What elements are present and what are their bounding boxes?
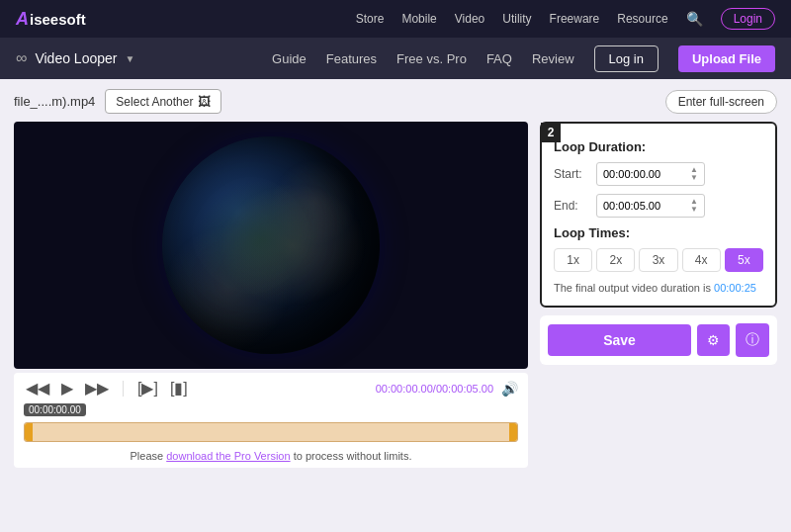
- start-field-row: Start: 00:00:00.00 ▲ ▼: [554, 162, 763, 186]
- log-in-button[interactable]: Log in: [594, 45, 659, 72]
- nav-review[interactable]: Review: [532, 51, 574, 66]
- download-text: Please download the Pro Version to proce…: [24, 450, 518, 462]
- top-nav-links: Store Mobile Video Utility Freeware Reso…: [356, 8, 775, 30]
- settings-icon-button[interactable]: ⚙: [697, 324, 730, 356]
- end-input[interactable]: 00:00:05.00 ▲ ▼: [596, 194, 705, 218]
- upload-file-button[interactable]: Upload File: [678, 45, 775, 72]
- mark-out-button[interactable]: [▮]: [168, 379, 190, 398]
- loop-times-section: Loop Times: 1x 2x 3x 4x 5x: [554, 225, 763, 272]
- nav-free-vs-pro[interactable]: Free vs. Pro: [396, 51, 467, 66]
- video-container: [14, 122, 528, 369]
- play-button[interactable]: ▶: [59, 379, 75, 398]
- nav-video[interactable]: Video: [455, 12, 484, 26]
- output-duration-value: 00:00:25: [714, 282, 756, 294]
- mark-in-button[interactable]: [▶]: [135, 379, 160, 398]
- file-name: file_....m).mp4: [14, 94, 95, 109]
- file-bar-left: file_....m).mp4 Select Another 🖼: [14, 89, 221, 114]
- second-nav: ∞ Video Looper ▼ Guide Features Free vs.…: [0, 38, 791, 79]
- logo-a: A: [16, 9, 29, 30]
- download-pro-link[interactable]: download the Pro Version: [166, 450, 290, 462]
- timeline-bar[interactable]: [24, 422, 518, 442]
- separator: [123, 381, 124, 397]
- loop-times-title: Loop Times:: [554, 225, 763, 240]
- select-another-label: Select Another: [116, 95, 193, 109]
- end-label: End:: [554, 199, 588, 213]
- nav-resource[interactable]: Resource: [617, 12, 667, 26]
- time-display: 00:00:00.00/00:00:05.00: [376, 383, 493, 395]
- select-another-button[interactable]: Select Another 🖼: [105, 89, 221, 114]
- right-panel: 2 Loop Duration: Start: 00:00:00.00 ▲ ▼ …: [540, 122, 777, 522]
- loop-settings-card: 2 Loop Duration: Start: 00:00:00.00 ▲ ▼ …: [540, 122, 777, 308]
- video-left: ◀◀ ▶ ▶▶ [▶] [▮] 00:00:00.00/00:00:05.00 …: [14, 122, 528, 522]
- fullscreen-button[interactable]: Enter full-screen: [665, 90, 777, 114]
- nav-freeware[interactable]: Freeware: [550, 12, 600, 26]
- skip-forward-button[interactable]: ▶▶: [83, 379, 111, 398]
- nav-mobile[interactable]: Mobile: [401, 12, 436, 26]
- end-value: 00:00:05.00: [603, 200, 660, 212]
- loop-2x-button[interactable]: 2x: [596, 248, 635, 272]
- top-nav: A iseesoft Store Mobile Video Utility Fr…: [0, 0, 791, 38]
- loop-times-buttons: 1x 2x 3x 4x 5x: [554, 248, 763, 272]
- video-panel: ◀◀ ▶ ▶▶ [▶] [▮] 00:00:00.00/00:00:05.00 …: [14, 122, 777, 522]
- time-badge: 00:00:00.00: [24, 403, 86, 416]
- earth-visual: [162, 136, 380, 354]
- download-prefix: Please: [131, 450, 167, 462]
- main-content: file_....m).mp4 Select Another 🖼 Enter f…: [0, 79, 791, 532]
- start-input[interactable]: 00:00:00.00 ▲ ▼: [596, 162, 705, 186]
- nav-utility[interactable]: Utility: [502, 12, 531, 26]
- output-duration: The final output video duration is 00:00…: [554, 282, 763, 294]
- loop-4x-button[interactable]: 4x: [682, 248, 721, 272]
- volume-icon[interactable]: 🔊: [501, 381, 518, 397]
- end-field-row: End: 00:00:05.00 ▲ ▼: [554, 194, 763, 218]
- nav-store[interactable]: Store: [356, 12, 385, 26]
- nav-features[interactable]: Features: [326, 51, 377, 66]
- download-suffix: to process without limits.: [291, 450, 412, 462]
- second-nav-left: ∞ Video Looper ▼: [16, 49, 134, 67]
- save-button[interactable]: Save: [548, 324, 691, 356]
- end-spinner-down[interactable]: ▼: [690, 206, 698, 214]
- duration-title: Loop Duration:: [554, 139, 763, 154]
- total-time: /00:00:05.00: [433, 383, 493, 395]
- nav-faq[interactable]: FAQ: [486, 51, 512, 66]
- info-icon-button[interactable]: ⓘ: [736, 323, 769, 357]
- search-icon[interactable]: 🔍: [686, 11, 703, 27]
- logo: A iseesoft: [16, 9, 86, 30]
- start-spinner-down[interactable]: ▼: [690, 174, 698, 182]
- card-number: 2: [541, 123, 561, 142]
- start-spinners: ▲ ▼: [690, 166, 698, 182]
- loop-3x-button[interactable]: 3x: [639, 248, 677, 272]
- second-nav-links: Guide Features Free vs. Pro FAQ Review L…: [272, 45, 775, 72]
- logo-text: iseesoft: [30, 11, 86, 28]
- timeline-thumb-right[interactable]: [509, 423, 517, 441]
- dropdown-arrow-icon[interactable]: ▼: [125, 53, 134, 64]
- timeline-thumb-left[interactable]: [25, 423, 33, 441]
- loop-5x-button[interactable]: 5x: [725, 248, 763, 272]
- app-name: Video Looper: [35, 50, 117, 66]
- file-bar: file_....m).mp4 Select Another 🖼 Enter f…: [14, 89, 777, 114]
- controls-bar: ◀◀ ▶ ▶▶ [▶] [▮] 00:00:00.00/00:00:05.00 …: [14, 373, 528, 468]
- skip-back-button[interactable]: ◀◀: [24, 379, 51, 398]
- current-time: 00:00:00.00: [376, 383, 433, 395]
- loop-icon: ∞: [16, 49, 27, 67]
- start-label: Start:: [554, 167, 588, 181]
- nav-guide[interactable]: Guide: [272, 51, 307, 66]
- loop-1x-button[interactable]: 1x: [554, 248, 592, 272]
- login-button[interactable]: Login: [721, 8, 775, 30]
- monitor-icon: 🖼: [198, 94, 211, 109]
- output-text-prefix: The final output video duration is: [554, 282, 714, 294]
- save-bar: Save ⚙ ⓘ: [540, 315, 777, 365]
- start-value: 00:00:00.00: [603, 168, 660, 180]
- controls-row: ◀◀ ▶ ▶▶ [▶] [▮] 00:00:00.00/00:00:05.00 …: [24, 379, 518, 398]
- end-spinners: ▲ ▼: [690, 198, 698, 214]
